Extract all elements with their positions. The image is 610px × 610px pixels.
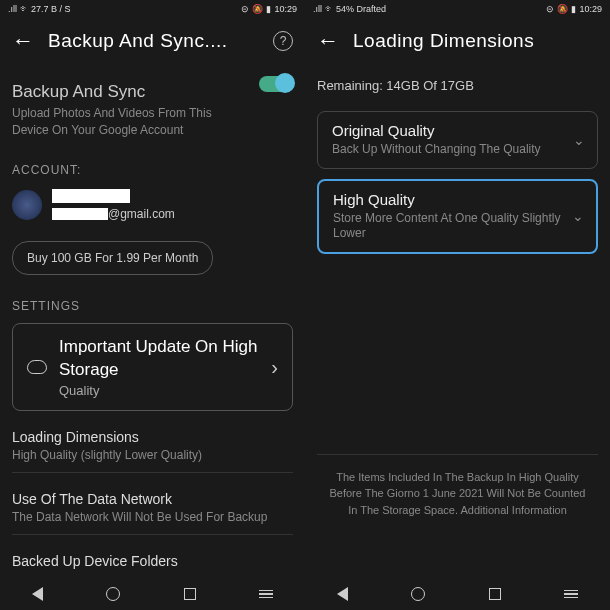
account-email: @gmail.com	[52, 207, 175, 221]
nav-menu-icon[interactable]	[259, 590, 273, 599]
option-title: Original Quality	[332, 122, 583, 139]
dnd-icon: ⊝	[546, 4, 554, 14]
backup-toggle[interactable]	[259, 76, 293, 92]
nav-home-icon[interactable]	[106, 587, 120, 601]
chevron-down-icon: ⌄	[573, 132, 585, 148]
page-title: Backup And Sync....	[48, 30, 259, 52]
back-icon[interactable]: ←	[317, 28, 339, 54]
setting-title: Use Of The Data Network	[12, 491, 293, 507]
setting-sub: The Data Network Will Not Be Used For Ba…	[12, 510, 293, 524]
account-label: ACCOUNT:	[12, 163, 293, 177]
settings-label: SETTINGS	[12, 299, 293, 313]
loading-dimensions-setting[interactable]: Loading Dimensions High Quality (slightl…	[12, 429, 293, 473]
nav-home-icon[interactable]	[411, 587, 425, 601]
nav-back-icon[interactable]	[337, 587, 348, 601]
setting-title: Backed Up Device Folders	[12, 553, 293, 569]
data-network-setting[interactable]: Use Of The Data Network The Data Network…	[12, 491, 293, 535]
avatar	[12, 190, 42, 220]
chevron-down-icon: ⌄	[572, 208, 584, 224]
option-desc: Back Up Without Changing The Quality	[332, 142, 583, 158]
mute-icon: 🔕	[252, 4, 263, 14]
clock: 10:29	[579, 4, 602, 14]
update-title: Important Update On High Storage	[59, 336, 259, 382]
app-bar: ← Loading Dimensions	[305, 18, 610, 64]
dnd-icon: ⊝	[241, 4, 249, 14]
option-desc: Store More Content At One Quality Slight…	[333, 211, 582, 242]
setting-sub: High Quality (slightly Lower Quality)	[12, 448, 293, 462]
remaining-text: Remaining: 14GB Of 17GB	[317, 64, 598, 101]
high-quality-option[interactable]: High Quality Store More Content At One Q…	[317, 179, 598, 254]
status-text: 54% Drafted	[336, 4, 386, 14]
backup-sync-desc: Upload Photos And Videos From This Devic…	[12, 105, 212, 139]
account-row[interactable]: @gmail.com	[12, 189, 293, 221]
option-title: High Quality	[333, 191, 582, 208]
nav-back-icon[interactable]	[32, 587, 43, 601]
battery-icon: ▮	[266, 4, 271, 14]
signal-icon: .ıll	[313, 4, 322, 14]
update-sub: Quality	[59, 383, 259, 398]
app-bar: ← Backup And Sync.... ?	[0, 18, 305, 64]
nav-bar	[305, 578, 610, 610]
status-bar: .ıll ᯤ 54% Drafted ⊝ 🔕 ▮10:29	[305, 0, 610, 18]
original-quality-option[interactable]: Original Quality Back Up Without Changin…	[317, 111, 598, 169]
page-title: Loading Dimensions	[353, 30, 598, 52]
device-folders-setting[interactable]: Backed Up Device Folders	[12, 553, 293, 579]
wifi-icon: ᯤ	[325, 4, 334, 14]
setting-title: Loading Dimensions	[12, 429, 293, 445]
buy-storage-button[interactable]: Buy 100 GB For 1.99 Per Month	[12, 241, 213, 275]
wifi-icon: ᯤ	[20, 4, 29, 14]
help-icon[interactable]: ?	[273, 31, 293, 51]
nav-menu-icon[interactable]	[564, 590, 578, 599]
clock: 10:29	[274, 4, 297, 14]
nav-recent-icon[interactable]	[489, 588, 501, 600]
nav-recent-icon[interactable]	[184, 588, 196, 600]
account-name-redacted	[52, 189, 130, 203]
status-text: 27.7 B / S	[31, 4, 71, 14]
cloud-icon	[27, 360, 47, 374]
nav-bar	[0, 578, 305, 610]
status-bar: .ıll ᯤ 27.7 B / S ⊝ 🔕 ▮10:29	[0, 0, 305, 18]
chevron-right-icon: ›	[271, 356, 278, 379]
signal-icon: .ıll	[8, 4, 17, 14]
update-card[interactable]: Important Update On High Storage Quality…	[12, 323, 293, 412]
back-icon[interactable]: ←	[12, 28, 34, 54]
backup-sync-title: Backup And Sync	[12, 82, 212, 102]
battery-icon: ▮	[571, 4, 576, 14]
footer-note: The Items Included In The Backup In High…	[317, 454, 598, 533]
mute-icon: 🔕	[557, 4, 568, 14]
